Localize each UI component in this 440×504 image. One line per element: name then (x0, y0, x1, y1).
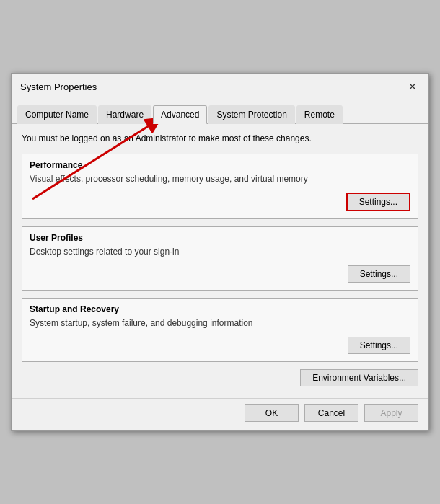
startup-recovery-title: Startup and Recovery (30, 304, 410, 314)
title-bar: System Properties ✕ (12, 74, 428, 100)
ok-button[interactable]: OK (245, 404, 299, 422)
tab-system-protection[interactable]: System Protection (208, 105, 294, 124)
apply-button[interactable]: Apply (364, 404, 418, 422)
tab-advanced[interactable]: Advanced (153, 105, 207, 124)
user-profiles-section: User Profiles Desktop settings related t… (22, 226, 418, 291)
user-profiles-desc: Desktop settings related to your sign-in (30, 246, 410, 258)
tab-computer-name[interactable]: Computer Name (17, 105, 97, 124)
tab-content: You must be logged on as an Administrato… (12, 124, 428, 397)
startup-recovery-settings-button[interactable]: Settings... (348, 337, 410, 354)
admin-notice: You must be logged on as an Administrato… (22, 133, 418, 145)
performance-section: Performance Visual effects, processor sc… (22, 154, 418, 219)
performance-settings-button[interactable]: Settings... (346, 193, 410, 211)
user-profiles-settings-button[interactable]: Settings... (348, 265, 410, 283)
startup-recovery-section: Startup and Recovery System startup, sys… (22, 298, 418, 362)
performance-title: Performance (30, 160, 410, 170)
close-button[interactable]: ✕ (405, 79, 420, 94)
tab-hardware[interactable]: Hardware (98, 105, 151, 124)
env-variables-row: Environment Variables... (22, 369, 418, 386)
system-properties-window: System Properties ✕ Computer Name Hardwa… (11, 73, 429, 430)
footer: OK Cancel Apply (12, 398, 428, 430)
tab-bar: Computer Name Hardware Advanced System P… (12, 100, 428, 124)
startup-recovery-desc: System startup, system failure, and debu… (30, 317, 410, 330)
environment-variables-button[interactable]: Environment Variables... (300, 369, 418, 386)
performance-desc: Visual effects, processor scheduling, me… (30, 173, 410, 185)
tab-remote[interactable]: Remote (296, 105, 343, 124)
cancel-button[interactable]: Cancel (304, 404, 358, 422)
window-title: System Properties (20, 81, 97, 92)
user-profiles-title: User Profiles (30, 233, 410, 243)
